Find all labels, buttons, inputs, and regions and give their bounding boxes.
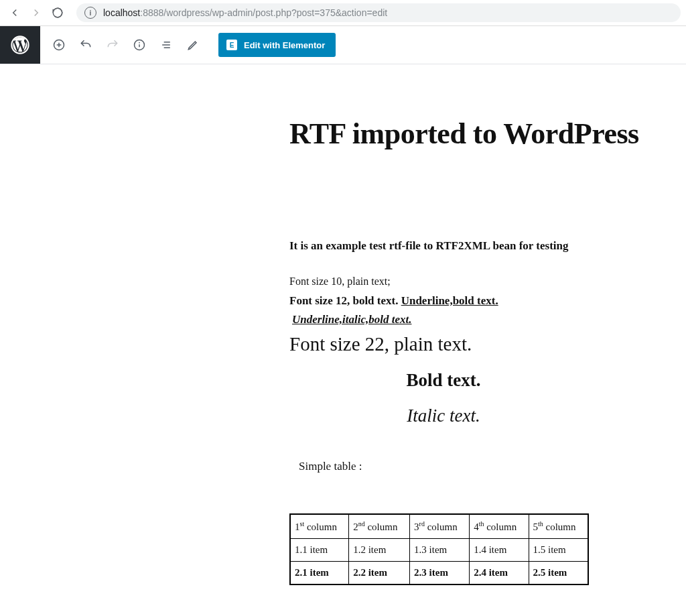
toolbar-group <box>40 32 212 58</box>
browser-forward-button[interactable] <box>27 3 46 22</box>
edit-button[interactable] <box>180 32 206 58</box>
url-path: :8888/wordpress/wp-admin/post.php?post=3… <box>140 7 387 18</box>
table-cell: 2.2 item <box>349 562 410 585</box>
svg-point-6 <box>139 42 140 44</box>
line-font-12[interactable]: Font size 12, bold text. Underline,bold … <box>289 294 678 308</box>
arrow-right-icon <box>30 7 42 19</box>
intro-paragraph[interactable]: It is an example test rtf-file to RTF2XM… <box>289 239 678 253</box>
table-row: 1.1 item1.2 item1.3 item1.4 item1.5 item <box>290 539 588 562</box>
table-header-cell: 2nd column <box>349 514 410 539</box>
line-bold-centered[interactable]: Bold text. <box>289 370 678 391</box>
table-cell: 2.1 item <box>290 562 349 585</box>
wordpress-icon <box>11 36 29 54</box>
edit-with-elementor-button[interactable]: E Edit with Elementor <box>218 33 336 57</box>
reload-icon <box>52 7 64 19</box>
table-header-cell: 3rd column <box>410 514 470 539</box>
table-header-cell: 5th column <box>529 514 588 539</box>
undo-button[interactable] <box>72 32 99 58</box>
add-block-button[interactable] <box>46 32 72 58</box>
line-underline-italic-bold[interactable]: Underline,italic,bold text. <box>292 313 678 326</box>
arrow-left-icon <box>9 7 21 19</box>
table-cell: 2.3 item <box>410 562 470 585</box>
line12-prefix: Font size 12, bold text. <box>289 294 401 307</box>
site-info-icon: i <box>84 7 96 19</box>
url-text: localhost:8888/wordpress/wp-admin/post.p… <box>103 7 387 18</box>
table-header-cell: 1st column <box>290 514 349 539</box>
browser-address-bar[interactable]: i localhost:8888/wordpress/wp-admin/post… <box>76 3 681 22</box>
line12-underline: Underline,bold text. <box>401 294 498 307</box>
table-cell: 2.5 item <box>529 562 588 585</box>
browser-chrome: i localhost:8888/wordpress/wp-admin/post… <box>0 0 686 26</box>
line-simple-table[interactable]: Simple table : <box>299 460 678 473</box>
redo-button[interactable] <box>99 32 126 58</box>
line-italic-centered[interactable]: Italic text. <box>289 406 678 426</box>
table-cell: 1.1 item <box>290 539 349 562</box>
table-cell: 1.4 item <box>470 539 529 562</box>
block-navigation-button[interactable] <box>153 32 180 58</box>
editor-toolbar: E Edit with Elementor <box>0 26 686 64</box>
browser-reload-button[interactable] <box>48 3 67 22</box>
url-host: localhost <box>103 7 140 18</box>
pencil-icon <box>186 38 200 52</box>
table-cell: 1.2 item <box>349 539 410 562</box>
rtf-table[interactable]: 1st column2nd column3rd column4th column… <box>289 513 589 585</box>
line-font-22[interactable]: Font size 22, plain text. <box>289 333 678 355</box>
redo-icon <box>106 38 119 52</box>
elementor-button-label: Edit with Elementor <box>244 40 325 50</box>
plus-circle-icon <box>52 38 66 52</box>
post-title[interactable]: RTF imported to WordPress <box>289 117 678 151</box>
table-cell: 2.4 item <box>470 562 529 585</box>
table-header-cell: 4th column <box>470 514 529 539</box>
undo-icon <box>79 38 92 52</box>
table-header-row: 1st column2nd column3rd column4th column… <box>290 514 588 539</box>
line-font-10[interactable]: Font size 10, plain text; <box>289 275 678 288</box>
post-content: RTF imported to WordPress It is an examp… <box>289 117 678 585</box>
info-circle-icon <box>133 38 146 52</box>
browser-back-button[interactable] <box>5 3 24 22</box>
editor-canvas[interactable]: RTF imported to WordPress It is an examp… <box>0 117 686 585</box>
content-info-button[interactable] <box>126 32 153 58</box>
table-row: 2.1 item2.2 item2.3 item2.4 item2.5 item <box>290 562 588 585</box>
wordpress-logo-button[interactable] <box>0 26 40 64</box>
table-cell: 1.3 item <box>410 539 470 562</box>
elementor-icon: E <box>226 40 237 50</box>
list-icon <box>159 38 173 52</box>
table-cell: 1.5 item <box>529 539 588 562</box>
